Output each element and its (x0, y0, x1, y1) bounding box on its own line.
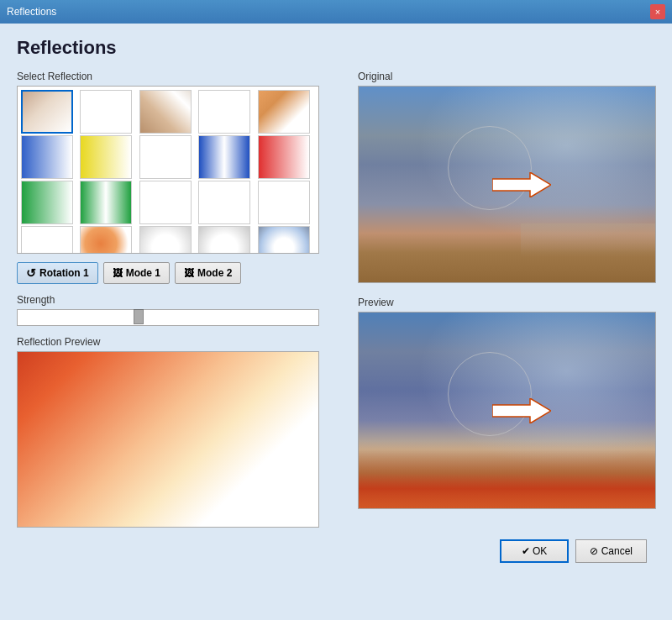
mode1-button[interactable]: 🖼 Mode 1 (103, 262, 170, 284)
swatch-13[interactable] (198, 181, 250, 224)
original-image-box (358, 86, 656, 283)
preview-rock-image (359, 313, 655, 508)
swatch-3[interactable] (198, 90, 250, 134)
swatch-14[interactable] (258, 181, 310, 224)
swatch-15[interactable] (21, 226, 73, 254)
ok-button[interactable]: ✔ OK (500, 539, 570, 563)
swatch-17[interactable] (139, 226, 192, 254)
original-rock-image (359, 87, 655, 282)
select-reflection-label: Select Reflection (17, 71, 344, 82)
preview-color-overlay (359, 441, 655, 508)
preview-circle-overlay (448, 352, 532, 436)
preview-label: Preview (358, 297, 656, 308)
swatch-11[interactable] (80, 181, 132, 224)
dialog-title: Reflections (17, 37, 655, 59)
strength-slider-container (17, 309, 319, 326)
title-bar: Reflections × (0, 0, 672, 24)
swatch-18[interactable] (198, 226, 250, 254)
swatch-4[interactable] (258, 90, 310, 134)
mode1-label: Mode 1 (126, 267, 160, 279)
close-button[interactable]: × (650, 4, 665, 19)
preview-image-box (358, 312, 656, 509)
strength-label: Strength (17, 294, 344, 306)
original-arrow-svg (492, 172, 551, 197)
mode2-label: Mode 2 (197, 267, 232, 279)
original-label: Original (358, 71, 656, 82)
swatch-12[interactable] (139, 181, 192, 224)
cancel-button[interactable]: ⊘ Cancel (575, 539, 647, 563)
swatch-9[interactable] (258, 135, 310, 179)
svg-marker-1 (492, 398, 551, 423)
rotation-icon: ↺ (26, 266, 36, 280)
bottom-buttons: ✔ OK ⊘ Cancel (17, 539, 655, 563)
svg-marker-0 (492, 172, 551, 197)
reflection-grid (18, 87, 318, 254)
reflection-preview-label: Reflection Preview (17, 336, 344, 348)
swatch-10[interactable] (21, 181, 73, 224)
swatch-1[interactable] (80, 90, 132, 134)
swatch-0[interactable] (21, 90, 73, 134)
rotation-button[interactable]: ↺ Rotation 1 (17, 262, 98, 284)
rotation-label: Rotation 1 (39, 267, 89, 279)
original-reflection-ghost (521, 223, 655, 257)
swatch-19[interactable] (258, 226, 310, 254)
swatch-16[interactable] (80, 226, 132, 254)
swatch-5[interactable] (21, 135, 73, 179)
strength-slider[interactable] (18, 309, 318, 326)
title-bar-label: Reflections (7, 6, 56, 18)
original-arrow-overlay (492, 172, 551, 197)
strength-section: Strength (17, 294, 344, 326)
dialog-container: Reflections Select Reflection ↺ Rotation… (0, 24, 672, 620)
swatch-8[interactable] (198, 135, 250, 179)
reflection-preview-gradient (18, 352, 318, 527)
left-panel: Select Reflection ↺ Rotation 1 🖼 Mode 1 … (17, 71, 344, 528)
mode1-icon: 🖼 (113, 267, 123, 279)
mode2-button[interactable]: 🖼 Mode 2 (175, 262, 241, 284)
original-circle-overlay (448, 126, 532, 210)
preview-arrow-overlay (492, 398, 551, 423)
swatch-6[interactable] (80, 135, 132, 179)
swatch-7[interactable] (139, 135, 192, 179)
reflection-grid-container[interactable] (17, 86, 319, 254)
mode2-icon: 🖼 (184, 267, 194, 279)
swatch-2[interactable] (139, 90, 192, 134)
mode-buttons-row: ↺ Rotation 1 🖼 Mode 1 🖼 Mode 2 (17, 262, 344, 284)
right-panel: Original Preview (358, 71, 656, 528)
preview-arrow-svg (492, 398, 551, 423)
reflection-preview-box (17, 351, 319, 528)
content-area: Select Reflection ↺ Rotation 1 🖼 Mode 1 … (17, 71, 655, 528)
